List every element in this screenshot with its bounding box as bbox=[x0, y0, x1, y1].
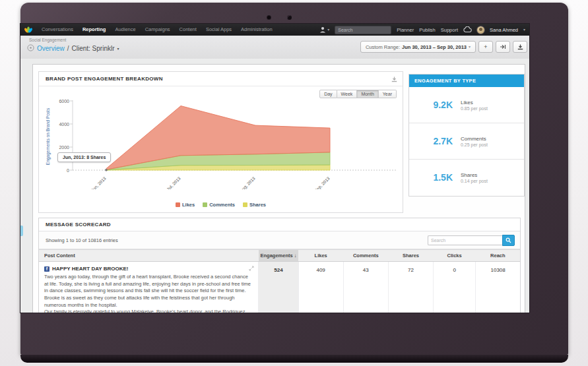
column-header-clicks[interactable]: Clicks bbox=[434, 250, 476, 262]
chart-tooltip: Jun, 2013: 8 Shares bbox=[57, 152, 111, 162]
likes-label: Likes bbox=[461, 100, 488, 106]
nav-item-content[interactable]: Content bbox=[175, 24, 201, 36]
engagement-row-shares: 1.5K Shares 0.14 per post bbox=[409, 160, 524, 195]
post-body-line: Brooke is as sweet as they come but atta… bbox=[44, 295, 251, 309]
shares-label: Shares bbox=[461, 172, 488, 178]
add-widget-button[interactable]: + bbox=[478, 41, 493, 53]
comments-label: Comments bbox=[461, 136, 488, 142]
subheader: Social Engagement Overview / Client: Spr… bbox=[20, 36, 529, 59]
webcam bbox=[287, 15, 292, 20]
column-header-shares[interactable]: Shares bbox=[388, 250, 433, 262]
top-nav: Conversations Reporting Audience Campaig… bbox=[20, 24, 529, 36]
client-caret-icon[interactable]: ▾ bbox=[117, 47, 119, 51]
user-silhouette-icon[interactable]: ▾ bbox=[319, 26, 329, 33]
dashboard-screen: Conversations Reporting Audience Campaig… bbox=[20, 24, 529, 313]
engagement-by-type-card: ENGAGEMENT BY TYPE 9.2K Likes 0.85 per p… bbox=[408, 74, 525, 197]
likes-per-post: 0.85 per post bbox=[461, 106, 488, 111]
global-search-input[interactable] bbox=[335, 26, 391, 34]
nav-right-cluster: ▾ Planner Publish Support Sana Ahmed ▾ bbox=[319, 26, 529, 34]
breadcrumb-separator: / bbox=[67, 45, 69, 52]
table-row[interactable]: f HAPPY HEART DAY BROOKE! Two years ago … bbox=[39, 262, 520, 313]
sprinklr-logo-icon[interactable] bbox=[24, 26, 33, 34]
clicks-value: 0 bbox=[434, 262, 476, 313]
x-tick-label: Jul, 2013 bbox=[166, 175, 181, 189]
column-header-likes[interactable]: Likes bbox=[298, 250, 343, 262]
chart-download-icon[interactable] bbox=[391, 73, 397, 85]
feedback-tab[interactable] bbox=[20, 226, 23, 236]
comments-total: 2.7K bbox=[409, 136, 453, 146]
y-tick-label: 6000 bbox=[59, 99, 69, 104]
breadcrumb-client-selector[interactable]: Client: Sprinklr bbox=[71, 45, 114, 52]
breadcrumb: Overview / Client: Sprinklr ▾ bbox=[27, 44, 119, 53]
likes-value: 409 bbox=[298, 262, 343, 313]
shares-swatch-icon bbox=[243, 202, 247, 207]
main-panel: BRAND POST ENGAGEMENT BREAKDOWN Day Week… bbox=[32, 64, 525, 313]
likes-swatch-icon bbox=[176, 202, 180, 207]
shares-total: 1.5K bbox=[409, 172, 453, 183]
x-tick-label: Sep, 2013 bbox=[313, 175, 331, 189]
facebook-icon: f bbox=[44, 266, 49, 272]
nav-item-reporting[interactable]: Reporting bbox=[78, 24, 110, 36]
shares-per-post: 0.14 per post bbox=[461, 179, 488, 183]
date-range-value: Jun 30, 2013 – Sep 30, 2013 bbox=[402, 44, 467, 50]
chart-card-header: BRAND POST ENGAGEMENT BREAKDOWN bbox=[39, 72, 403, 86]
nav-item-campaigns[interactable]: Campaigns bbox=[141, 24, 175, 36]
showing-entries-text: Showing 1 to 10 of 10816 entries bbox=[39, 237, 118, 243]
laptop-base bbox=[20, 355, 568, 363]
post-title: HAPPY HEART DAY BROOKE! bbox=[52, 266, 128, 272]
legend-item-likes[interactable]: Likes bbox=[176, 202, 195, 208]
notifications-cloud-icon[interactable] bbox=[463, 26, 472, 34]
date-range-caret-icon: ▾ bbox=[469, 45, 471, 49]
column-header-reach[interactable]: Reach bbox=[476, 250, 520, 262]
x-tick-label: Aug, 2013 bbox=[239, 175, 257, 189]
nav-link-planner[interactable]: Planner bbox=[397, 27, 414, 33]
comments-value: 43 bbox=[343, 262, 388, 313]
legend-item-shares[interactable]: Shares bbox=[243, 202, 266, 208]
legend-item-comments[interactable]: Comments bbox=[203, 202, 235, 208]
post-body-line: Our family is eternally grateful to youn… bbox=[44, 309, 251, 313]
nav-item-administration[interactable]: Administration bbox=[236, 24, 277, 36]
column-header-engagements[interactable]: Engagements ↓ bbox=[259, 250, 298, 262]
message-scorecard: MESSAGE SCORECARD Showing 1 to 10 of 108… bbox=[38, 218, 521, 313]
x-tick-label: Jun, 2013 bbox=[90, 175, 107, 189]
scorecard-search-input[interactable] bbox=[428, 235, 502, 245]
sort-desc-icon: ↓ bbox=[294, 253, 297, 259]
date-range-picker[interactable]: Custom Range: Jun 30, 2013 – Sep 30, 201… bbox=[360, 41, 476, 53]
column-header-post-content[interactable]: Post Content bbox=[39, 250, 259, 262]
nav-item-conversations[interactable]: Conversations bbox=[37, 24, 78, 36]
stacked-area-chart[interactable]: 0200040006000Jun, 2013Jul, 2013Aug, 2013… bbox=[43, 96, 399, 189]
caret-down-icon: ▾ bbox=[327, 28, 329, 32]
likes-total: 9.2K bbox=[409, 100, 453, 110]
content-area: BRAND POST ENGAGEMENT BREAKDOWN Day Week… bbox=[20, 59, 529, 313]
y-axis-title: Engagements on Brand Posts bbox=[46, 107, 51, 165]
expand-post-icon[interactable] bbox=[249, 266, 254, 272]
scorecard-search-button[interactable] bbox=[502, 235, 515, 246]
overview-icon bbox=[27, 44, 34, 53]
user-menu-caret-icon[interactable]: ▾ bbox=[523, 28, 525, 32]
date-range-label: Custom Range: bbox=[366, 44, 400, 50]
hover-point-marker bbox=[105, 169, 108, 171]
nav-link-publish[interactable]: Publish bbox=[419, 27, 436, 33]
export-button[interactable] bbox=[496, 41, 510, 53]
reach-value: 10308 bbox=[476, 262, 520, 313]
chart-legend: Likes Comments Shares bbox=[39, 202, 403, 208]
table-header-row: Post Content Engagements ↓ Likes Comment… bbox=[39, 250, 520, 262]
download-report-button[interactable] bbox=[513, 41, 527, 53]
date-range-cluster: Custom Range: Jun 30, 2013 – Sep 30, 201… bbox=[360, 41, 527, 53]
engagements-value: 524 bbox=[259, 262, 298, 313]
nav-link-support[interactable]: Support bbox=[441, 27, 458, 33]
nav-item-social-apps[interactable]: Social Apps bbox=[201, 24, 236, 36]
shares-value: 72 bbox=[388, 262, 433, 313]
y-tick-label: 4000 bbox=[59, 122, 69, 127]
user-name[interactable]: Sana Ahmed bbox=[490, 27, 518, 33]
engagement-row-comments: 2.7K Comments 0.25 per post bbox=[409, 123, 524, 160]
section-label: Social Engagement bbox=[29, 38, 66, 42]
engagement-panel-title: ENGAGEMENT BY TYPE bbox=[409, 75, 524, 87]
column-header-comments[interactable]: Comments bbox=[343, 250, 388, 262]
breadcrumb-overview[interactable]: Overview bbox=[37, 45, 65, 52]
nav-item-audience[interactable]: Audience bbox=[110, 24, 140, 36]
scorecard-title: MESSAGE SCORECARD bbox=[39, 218, 520, 231]
scorecard-controls: Showing 1 to 10 of 10816 entries bbox=[39, 231, 520, 249]
webcam-dot bbox=[267, 16, 271, 19]
user-avatar[interactable] bbox=[477, 26, 484, 34]
